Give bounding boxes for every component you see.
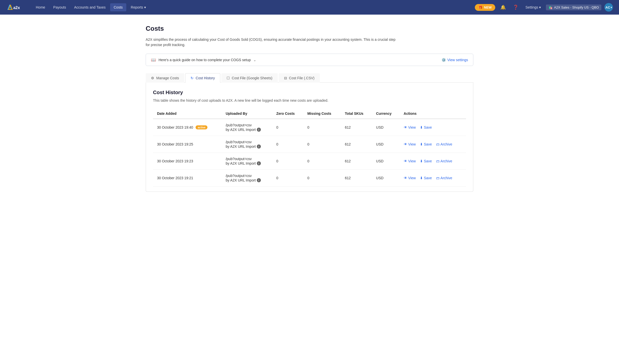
uploader-path: /pub?output=csv bbox=[226, 174, 268, 178]
save-link[interactable]: ⬇ Save bbox=[420, 142, 432, 146]
zero-costs-cell: 0 bbox=[272, 119, 303, 136]
avatar[interactable]: AC ▾ bbox=[604, 3, 613, 12]
uploader-by: by A2X URL Import bbox=[226, 178, 256, 182]
notification-button[interactable]: 🔔 bbox=[498, 4, 508, 11]
uploaded-by-cell: /pub?output=csv by A2X URL Import i bbox=[222, 170, 272, 187]
page-title: Costs bbox=[146, 25, 473, 32]
settings-button[interactable]: Settings ▾ bbox=[523, 4, 543, 10]
info-icon[interactable]: i bbox=[257, 161, 261, 165]
view-link[interactable]: 👁 View bbox=[404, 125, 416, 129]
eye-icon: 👁 bbox=[404, 125, 407, 129]
shopify-badge: 🛍️ A2X Sales - Shopify US - QBO bbox=[546, 5, 601, 10]
uploader-path: /pub?output=csv bbox=[226, 123, 268, 127]
active-badge: active bbox=[196, 125, 207, 129]
col-date-added: Date Added bbox=[153, 108, 222, 119]
chevron-down-icon: ▾ bbox=[611, 6, 612, 9]
currency-cell: USD bbox=[372, 170, 400, 187]
file-csv-icon: ⊟ bbox=[284, 76, 287, 80]
navbar: a2x Home Payouts Accounts and Taxes Cost… bbox=[0, 0, 619, 15]
gear-icon: ⚙ bbox=[151, 76, 154, 80]
tab-manage-costs[interactable]: ⚙ Manage Costs bbox=[146, 73, 184, 83]
col-currency: Currency bbox=[372, 108, 400, 119]
guide-text: Here's a quick guide on how to complete … bbox=[159, 58, 251, 62]
actions-cell: 👁 View⬇ Save bbox=[400, 119, 466, 136]
nav-links: Home Payouts Accounts and Taxes Costs Re… bbox=[32, 3, 475, 11]
page-description: A2X simplifies the process of calculatin… bbox=[146, 37, 398, 48]
eye-icon: 👁 bbox=[404, 176, 407, 180]
shopify-icon: 🛍️ bbox=[548, 6, 552, 9]
zero-costs-cell: 0 bbox=[272, 136, 303, 153]
view-link[interactable]: 👁 View bbox=[404, 176, 416, 180]
currency-cell: USD bbox=[372, 119, 400, 136]
page: Costs A2X simplifies the process of calc… bbox=[0, 15, 619, 364]
info-icon[interactable]: i bbox=[257, 128, 261, 132]
table-row: 30 October 2023 19:23 /pub?output=csv by… bbox=[153, 153, 466, 170]
col-missing-costs: Missing Costs bbox=[303, 108, 341, 119]
archive-link[interactable]: 🗃 Archive bbox=[436, 142, 452, 146]
eye-icon: 👁 bbox=[404, 159, 407, 163]
logo[interactable]: a2x bbox=[6, 3, 26, 11]
tab-cost-file-sheets[interactable]: ☐ Cost File (Google Sheets) bbox=[221, 73, 278, 83]
nav-reports[interactable]: Reports ▾ bbox=[127, 3, 149, 11]
date-cell: 30 October 2023 19:40active bbox=[153, 119, 222, 136]
info-icon[interactable]: i bbox=[257, 178, 261, 182]
date-value: 30 October 2023 19:40 bbox=[157, 125, 193, 129]
chevron-down-icon: ▾ bbox=[539, 5, 541, 9]
zero-costs-cell: 0 bbox=[272, 153, 303, 170]
uploader-path: /pub?output=csv bbox=[226, 140, 268, 144]
col-uploaded-by: Uploaded By bbox=[222, 108, 272, 119]
cost-history-section: Cost History This table shows the histor… bbox=[146, 83, 473, 192]
svg-text:a2x: a2x bbox=[13, 6, 20, 10]
download-icon: ⬇ bbox=[420, 159, 423, 163]
save-link[interactable]: ⬇ Save bbox=[420, 176, 432, 180]
view-link[interactable]: 👁 View bbox=[404, 159, 416, 163]
table-row: 30 October 2023 19:21 /pub?output=csv by… bbox=[153, 170, 466, 187]
refresh-icon: ↻ bbox=[191, 76, 194, 80]
view-link[interactable]: 👁 View bbox=[404, 142, 416, 146]
nav-accounts-taxes[interactable]: Accounts and Taxes bbox=[71, 3, 109, 11]
col-total-skus: Total SKUs bbox=[341, 108, 372, 119]
table-row: 30 October 2023 19:40active /pub?output=… bbox=[153, 119, 466, 136]
total-skus-cell: 612 bbox=[341, 136, 372, 153]
nav-right: 🎁 NEW 🔔 ❓ Settings ▾ 🛍️ A2X Sales - Shop… bbox=[475, 3, 613, 12]
avatar-initials: AC bbox=[605, 6, 610, 9]
eye-icon: 👁 bbox=[404, 142, 407, 146]
download-icon: ⬇ bbox=[420, 142, 423, 146]
table-row: 30 October 2023 19:25 /pub?output=csv by… bbox=[153, 136, 466, 153]
tabs: ⚙ Manage Costs ↻ Cost History ☐ Cost Fil… bbox=[146, 73, 473, 83]
uploader-path: /pub?output=csv bbox=[226, 157, 268, 161]
new-button[interactable]: 🎁 NEW bbox=[475, 4, 495, 11]
guide-left: 📖 Here's a quick guide on how to complet… bbox=[151, 57, 256, 62]
help-button[interactable]: ❓ bbox=[511, 4, 520, 11]
save-link[interactable]: ⬇ Save bbox=[420, 159, 432, 163]
date-value: 30 October 2023 19:23 bbox=[157, 159, 193, 163]
missing-costs-cell: 0 bbox=[303, 119, 341, 136]
save-link[interactable]: ⬇ Save bbox=[420, 125, 432, 129]
info-icon[interactable]: i bbox=[257, 144, 261, 149]
gear-icon: ⚙️ bbox=[442, 58, 446, 62]
section-title: Cost History bbox=[153, 90, 466, 95]
tab-cost-history[interactable]: ↻ Cost History bbox=[185, 73, 220, 83]
tab-cost-file-csv[interactable]: ⊟ Cost File (.CSV) bbox=[279, 73, 320, 83]
archive-link[interactable]: 🗃 Archive bbox=[436, 159, 452, 163]
chevron-down-icon: ⌄ bbox=[253, 58, 256, 62]
archive-icon: 🗃 bbox=[436, 142, 440, 146]
uploader-by: by A2X URL Import bbox=[226, 144, 256, 149]
uploaded-by-cell: /pub?output=csv by A2X URL Import i bbox=[222, 119, 272, 136]
file-icon: ☐ bbox=[227, 76, 230, 80]
gift-icon: 🎁 bbox=[478, 6, 482, 9]
archive-icon: 🗃 bbox=[436, 176, 440, 180]
archive-link[interactable]: 🗃 Archive bbox=[436, 176, 452, 180]
actions-cell: 👁 View⬇ Save🗃 Archive bbox=[400, 170, 466, 187]
col-zero-costs: Zero Costs bbox=[272, 108, 303, 119]
book-icon: 📖 bbox=[151, 57, 156, 62]
nav-home[interactable]: Home bbox=[32, 3, 49, 11]
nav-costs[interactable]: Costs bbox=[110, 3, 126, 11]
view-settings-label: View settings bbox=[447, 58, 468, 62]
col-actions: Actions bbox=[400, 108, 466, 119]
shopify-label: A2X Sales - Shopify US - QBO bbox=[554, 6, 599, 9]
settings-label: Settings bbox=[525, 5, 538, 9]
nav-payouts[interactable]: Payouts bbox=[50, 3, 70, 11]
actions-cell: 👁 View⬇ Save🗃 Archive bbox=[400, 153, 466, 170]
view-settings-link[interactable]: ⚙️ View settings bbox=[442, 58, 468, 62]
